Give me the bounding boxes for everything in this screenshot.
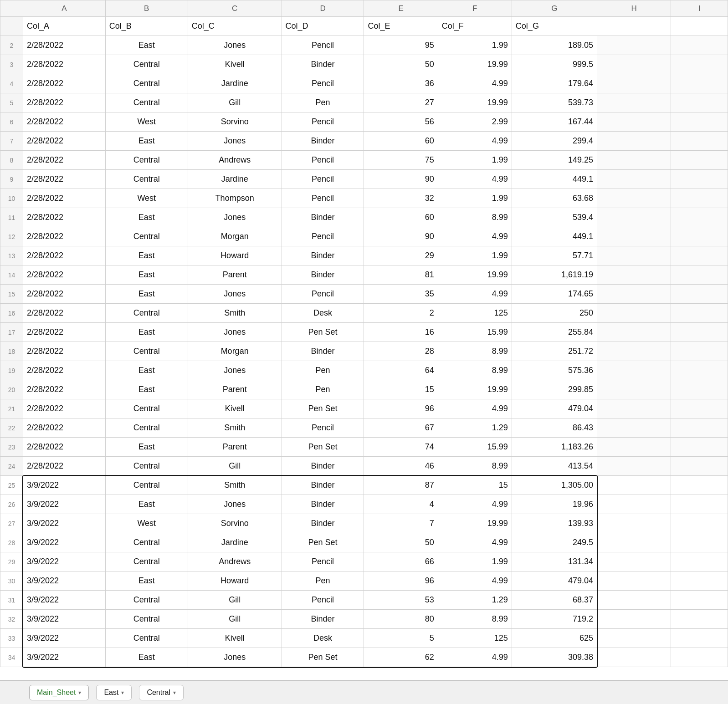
cell-r24-c4[interactable]: Binder: [282, 457, 364, 476]
table-row[interactable]: 82/28/2022CentralAndrewsPencil751.99149.…: [0, 151, 728, 170]
table-row[interactable]: 72/28/2022EastJonesBinder604.99299.4: [0, 132, 728, 151]
cell-r3-c2[interactable]: Central: [105, 55, 188, 74]
cell-r4-c5[interactable]: 36: [364, 74, 438, 93]
cell-r33-c1[interactable]: 3/9/2022: [23, 629, 105, 648]
cell-r27-c4[interactable]: Binder: [282, 514, 364, 533]
cell-r18-c7[interactable]: 251.72: [512, 342, 597, 361]
add-sheet-button[interactable]: [5, 691, 11, 694]
cell-r13-c4[interactable]: Binder: [282, 246, 364, 265]
cell-r28-c7[interactable]: 249.5: [512, 533, 597, 552]
cell-r12-c5[interactable]: 90: [364, 227, 438, 246]
cell-r25-c1[interactable]: 3/9/2022: [23, 476, 105, 495]
cell-r16-c1[interactable]: 2/28/2022: [23, 304, 105, 323]
cell-r32-c4[interactable]: Binder: [282, 610, 364, 629]
cell-r24-c7[interactable]: 413.54: [512, 457, 597, 476]
cell-r26-c4[interactable]: Binder: [282, 495, 364, 514]
cell-r26-c3[interactable]: Jones: [188, 495, 282, 514]
cell-r9-c7[interactable]: 449.1: [512, 170, 597, 189]
cell-r28-c6[interactable]: 4.99: [438, 533, 512, 552]
cell-r23-c1[interactable]: 2/28/2022: [23, 438, 105, 457]
cell-r23-c4[interactable]: Pen Set: [282, 438, 364, 457]
cell-r30-c6[interactable]: 4.99: [438, 571, 512, 591]
cell-r9-c3[interactable]: Jardine: [188, 170, 282, 189]
cell-r12-c1[interactable]: 2/28/2022: [23, 227, 105, 246]
cell-r32-c3[interactable]: Gill: [188, 610, 282, 629]
cell-r11-c3[interactable]: Jones: [188, 208, 282, 227]
cell-r32-c1[interactable]: 3/9/2022: [23, 610, 105, 629]
cell-r23-c3[interactable]: Parent: [188, 438, 282, 457]
cell-r13-c3[interactable]: Howard: [188, 246, 282, 265]
cell-r14-c3[interactable]: Parent: [188, 265, 282, 285]
table-row[interactable]: 152/28/2022EastJonesPencil354.99174.65: [0, 285, 728, 304]
cell-r13-c7[interactable]: 57.71: [512, 246, 597, 265]
cell-r8-c5[interactable]: 75: [364, 151, 438, 170]
cell-r2-c3[interactable]: Jones: [188, 36, 282, 55]
cell-r27-c3[interactable]: Sorvino: [188, 514, 282, 533]
cell-r15-c2[interactable]: East: [105, 285, 188, 304]
cell-r15-c6[interactable]: 4.99: [438, 285, 512, 304]
cell-r14-c5[interactable]: 81: [364, 265, 438, 285]
cell-r18-c4[interactable]: Binder: [282, 342, 364, 361]
cell-r30-c7[interactable]: 479.04: [512, 571, 597, 591]
cell-r21-c6[interactable]: 4.99: [438, 399, 512, 418]
cell-r15-c1[interactable]: 2/28/2022: [23, 285, 105, 304]
cell-r31-c1[interactable]: 3/9/2022: [23, 591, 105, 610]
cell-r12-c2[interactable]: Central: [105, 227, 188, 246]
cell-r25-c4[interactable]: Binder: [282, 476, 364, 495]
cell-r21-c1[interactable]: 2/28/2022: [23, 399, 105, 418]
cell-r12-c6[interactable]: 4.99: [438, 227, 512, 246]
cell-r23-c5[interactable]: 74: [364, 438, 438, 457]
cell-r28-c4[interactable]: Pen Set: [282, 533, 364, 552]
cell-r9-c4[interactable]: Pencil: [282, 170, 364, 189]
cell-r22-c4[interactable]: Pencil: [282, 418, 364, 438]
cell-r27-c6[interactable]: 19.99: [438, 514, 512, 533]
cell-r8-c2[interactable]: Central: [105, 151, 188, 170]
table-row[interactable]: 172/28/2022EastJonesPen Set1615.99255.84: [0, 323, 728, 342]
cell-r21-c2[interactable]: Central: [105, 399, 188, 418]
cell-r15-c5[interactable]: 35: [364, 285, 438, 304]
cell-r19-c1[interactable]: 2/28/2022: [23, 361, 105, 380]
cell-r11-c6[interactable]: 8.99: [438, 208, 512, 227]
cell-r20-c1[interactable]: 2/28/2022: [23, 380, 105, 399]
cell-r28-c1[interactable]: 3/9/2022: [23, 533, 105, 552]
table-row[interactable]: 212/28/2022CentralKivellPen Set964.99479…: [0, 399, 728, 418]
cell-r18-c6[interactable]: 8.99: [438, 342, 512, 361]
table-row[interactable]: 92/28/2022CentralJardinePencil904.99449.…: [0, 170, 728, 189]
cell-r18-c3[interactable]: Morgan: [188, 342, 282, 361]
cell-r31-c6[interactable]: 1.29: [438, 591, 512, 610]
cell-r24-c5[interactable]: 46: [364, 457, 438, 476]
sheet-list-button[interactable]: [16, 691, 22, 694]
cell-r10-c1[interactable]: 2/28/2022: [23, 189, 105, 208]
cell-r33-c7[interactable]: 625: [512, 629, 597, 648]
cell-r2-c4[interactable]: Pencil: [282, 36, 364, 55]
cell-r17-c2[interactable]: East: [105, 323, 188, 342]
cell-r21-c7[interactable]: 479.04: [512, 399, 597, 418]
cell-r29-c4[interactable]: Pencil: [282, 552, 364, 571]
cell-r7-c7[interactable]: 299.4: [512, 132, 597, 151]
cell-r34-c3[interactable]: Jones: [188, 648, 282, 667]
cell-r11-c4[interactable]: Binder: [282, 208, 364, 227]
cell-r2-c2[interactable]: East: [105, 36, 188, 55]
cell-r11-c7[interactable]: 539.4: [512, 208, 597, 227]
cell-r26-c5[interactable]: 4: [364, 495, 438, 514]
cell-r20-c4[interactable]: Pen: [282, 380, 364, 399]
cell-r4-c1[interactable]: 2/28/2022: [23, 74, 105, 93]
cell-r31-c4[interactable]: Pencil: [282, 591, 364, 610]
cell-r23-c7[interactable]: 1,183.26: [512, 438, 597, 457]
cell-r28-c3[interactable]: Jardine: [188, 533, 282, 552]
cell-r29-c6[interactable]: 1.99: [438, 552, 512, 571]
cell-r17-c4[interactable]: Pen Set: [282, 323, 364, 342]
cell-r21-c3[interactable]: Kivell: [188, 399, 282, 418]
cell-r34-c2[interactable]: East: [105, 648, 188, 667]
table-row[interactable]: 303/9/2022EastHowardPen964.99479.04: [0, 571, 728, 591]
cell-r24-c3[interactable]: Gill: [188, 457, 282, 476]
table-row[interactable]: 232/28/2022EastParentPen Set7415.991,183…: [0, 438, 728, 457]
sheet-tab-central[interactable]: Central ▾: [139, 685, 184, 700]
cell-r15-c7[interactable]: 174.65: [512, 285, 597, 304]
cell-r13-c6[interactable]: 1.99: [438, 246, 512, 265]
cell-r32-c2[interactable]: Central: [105, 610, 188, 629]
cell-r15-c3[interactable]: Jones: [188, 285, 282, 304]
cell-r29-c2[interactable]: Central: [105, 552, 188, 571]
table-row[interactable]: 62/28/2022WestSorvinoPencil562.99167.44: [0, 112, 728, 132]
cell-r19-c7[interactable]: 575.36: [512, 361, 597, 380]
